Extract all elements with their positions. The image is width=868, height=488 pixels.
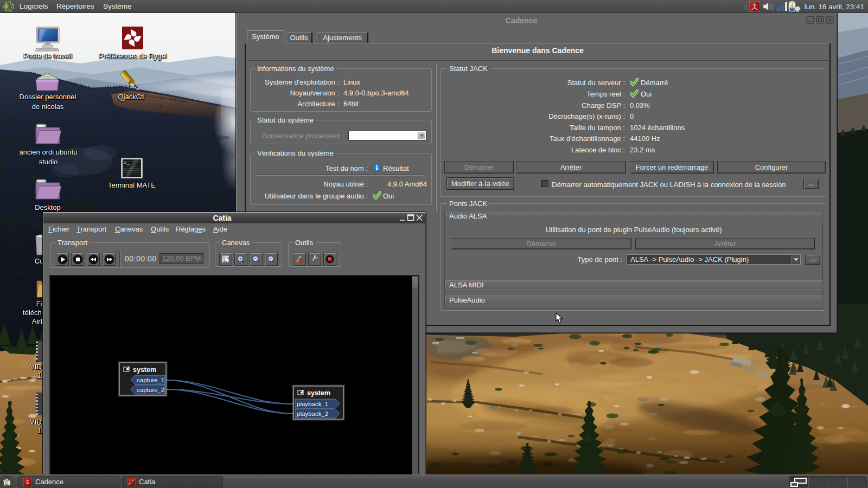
svg-text:system: system <box>133 366 156 374</box>
svg-text:1: 1 <box>270 256 272 261</box>
svg-text:system: system <box>307 389 330 397</box>
svg-text:capture_1: capture_1 <box>137 377 164 383</box>
svg-text:playback_2: playback_2 <box>297 410 328 417</box>
svg-text:>_: >_ <box>124 160 130 166</box>
svg-text:capture_2: capture_2 <box>137 387 164 393</box>
svg-text:playback_1: playback_1 <box>297 401 328 407</box>
